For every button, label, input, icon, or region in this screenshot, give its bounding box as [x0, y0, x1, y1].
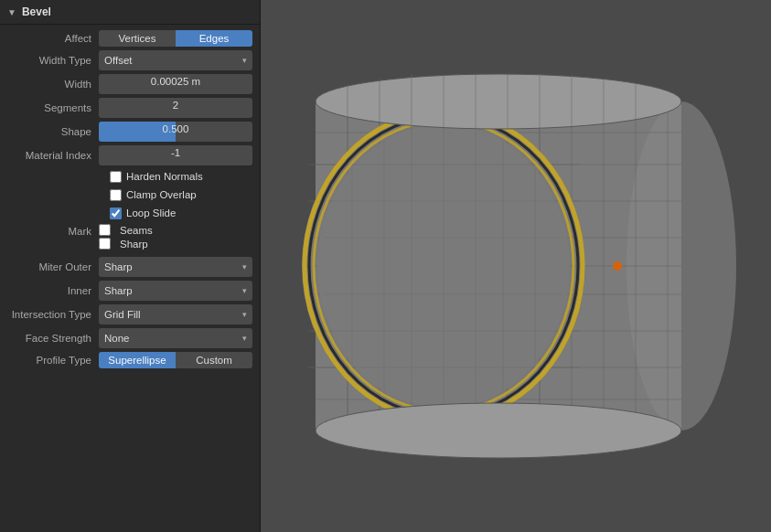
material-index-label: Material Index	[7, 150, 99, 161]
miter-outer-value: Sharp	[104, 261, 133, 272]
vertices-button[interactable]: Vertices	[99, 30, 176, 47]
mark-row: Mark Seams Sharp	[0, 222, 260, 251]
panel-body: Affect Vertices Edges Width Type Offset …	[0, 25, 260, 532]
profile-type-control: Superellipse Custom	[99, 352, 252, 368]
affect-btn-group: Vertices Edges	[99, 30, 252, 47]
svg-point-55	[316, 74, 681, 129]
shape-control: 0.500	[99, 122, 252, 142]
inner-label: Inner	[7, 285, 99, 296]
face-strength-control: None ▾	[99, 328, 252, 348]
intersection-type-dropdown[interactable]: Grid Fill ▾	[99, 304, 252, 325]
width-type-control: Offset ▾	[99, 50, 252, 70]
width-type-value: Offset	[104, 55, 132, 66]
viewport-svg	[261, 0, 771, 532]
miter-outer-dropdown[interactable]: Sharp ▾	[99, 257, 252, 277]
segments-field[interactable]: 2	[99, 98, 252, 118]
clamp-overlap-label[interactable]: Clamp Overlap	[126, 189, 197, 200]
intersection-type-arrow: ▾	[242, 310, 247, 319]
viewport[interactable]	[261, 0, 771, 532]
inner-arrow: ▾	[242, 286, 247, 295]
width-control: 0.00025 m	[99, 74, 252, 94]
intersection-type-row: Intersection Type Grid Fill ▾	[0, 303, 260, 326]
svg-point-67	[613, 261, 622, 271]
left-panel: ▼ Bevel Affect Vertices Edges Width Type…	[0, 0, 261, 532]
face-strength-value: None	[104, 333, 130, 344]
segments-row: Segments 2	[0, 96, 260, 120]
width-row: Width 0.00025 m	[0, 72, 260, 96]
face-strength-label: Face Strength	[7, 333, 99, 344]
superellipse-button[interactable]: Superellipse	[99, 352, 176, 368]
harden-normals-checkbox[interactable]	[110, 171, 122, 183]
panel-collapse-arrow[interactable]: ▼	[7, 7, 16, 17]
harden-normals-row: Harden Normals	[0, 167, 260, 186]
edges-button[interactable]: Edges	[176, 30, 252, 47]
intersection-type-label: Intersection Type	[7, 309, 99, 320]
loop-slide-checkbox[interactable]	[110, 207, 122, 219]
sharp-item: Sharp	[99, 238, 153, 250]
seams-item: Seams	[99, 224, 153, 236]
scene-container	[261, 0, 771, 532]
seams-label[interactable]: Seams	[120, 225, 153, 236]
face-strength-dropdown[interactable]: None ▾	[99, 328, 252, 348]
loop-slide-label[interactable]: Loop Slide	[126, 207, 176, 218]
affect-label: Affect	[7, 33, 99, 44]
face-strength-arrow: ▾	[242, 334, 247, 343]
shape-label: Shape	[7, 126, 99, 137]
harden-normals-label[interactable]: Harden Normals	[126, 171, 203, 182]
mark-label: Mark	[7, 224, 99, 237]
shape-row: Shape 0.500	[0, 120, 260, 144]
inner-dropdown[interactable]: Sharp ▾	[99, 281, 252, 301]
loop-slide-row: Loop Slide	[0, 204, 260, 222]
face-strength-row: Face Strength None ▾	[0, 326, 260, 350]
clamp-overlap-checkbox[interactable]	[110, 189, 122, 201]
inner-value: Sharp	[104, 285, 133, 296]
material-index-row: Material Index -1	[0, 144, 260, 167]
affect-row: Affect Vertices Edges	[0, 28, 260, 48]
shape-field[interactable]: 0.500	[99, 122, 252, 142]
material-index-control: -1	[99, 145, 252, 165]
width-field[interactable]: 0.00025 m	[99, 74, 252, 94]
segments-label: Segments	[7, 102, 99, 113]
miter-outer-control: Sharp ▾	[99, 257, 252, 277]
custom-button[interactable]: Custom	[176, 352, 252, 368]
intersection-type-value: Grid Fill	[104, 309, 141, 320]
panel-title: Bevel	[22, 5, 51, 18]
inner-control: Sharp ▾	[99, 281, 252, 301]
width-type-dropdown[interactable]: Offset ▾	[99, 50, 252, 70]
panel-header: ▼ Bevel	[0, 0, 260, 25]
sharp-checkbox[interactable]	[99, 238, 111, 250]
profile-type-btn-group: Superellipse Custom	[99, 352, 252, 368]
miter-outer-label: Miter Outer	[7, 261, 99, 272]
affect-control: Vertices Edges	[99, 30, 252, 47]
width-label: Width	[7, 79, 99, 90]
width-type-label: Width Type	[7, 55, 99, 66]
profile-type-row: Profile Type Superellipse Custom	[0, 350, 260, 370]
miter-outer-arrow: ▾	[242, 262, 247, 271]
miter-outer-row: Miter Outer Sharp ▾	[0, 255, 260, 279]
intersection-type-control: Grid Fill ▾	[99, 304, 252, 325]
material-index-field[interactable]: -1	[99, 145, 252, 165]
svg-point-66	[316, 403, 681, 458]
profile-type-label: Profile Type	[7, 355, 99, 366]
sharp-label[interactable]: Sharp	[120, 239, 148, 250]
width-type-arrow: ▾	[242, 56, 247, 65]
segments-control: 2	[99, 98, 252, 118]
width-type-row: Width Type Offset ▾	[0, 48, 260, 72]
inner-row: Inner Sharp ▾	[0, 279, 260, 303]
seams-checkbox[interactable]	[99, 224, 111, 236]
mark-checkboxes: Seams Sharp	[99, 224, 153, 250]
clamp-overlap-row: Clamp Overlap	[0, 186, 260, 204]
